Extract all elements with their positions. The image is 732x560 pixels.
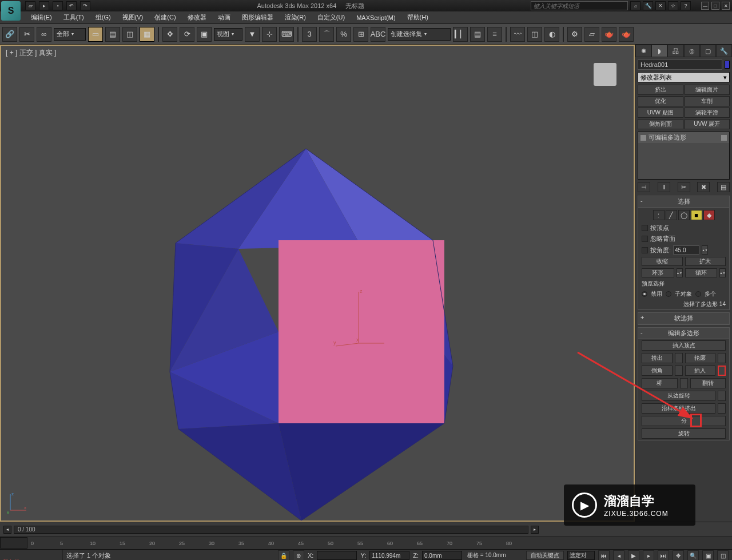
angle-spinner[interactable]: 45.0: [673, 245, 699, 255]
menu-views[interactable]: 视图(V): [117, 11, 149, 23]
bevel-button[interactable]: 倒角: [642, 366, 673, 376]
extrude-spline-settings-button[interactable]: [718, 403, 726, 414]
track-head[interactable]: [0, 537, 27, 549]
element-subobj-icon[interactable]: ◆: [703, 210, 715, 220]
slider-right-icon[interactable]: ▸: [531, 526, 539, 534]
menu-customize[interactable]: 自定义(U): [312, 11, 351, 23]
render-setup-icon[interactable]: ⚙: [567, 27, 582, 42]
material-icon[interactable]: ◐: [544, 27, 559, 42]
outline-button[interactable]: 轮廓: [685, 353, 716, 363]
extrude-along-spline-button[interactable]: 沿样条线挤出: [642, 403, 715, 414]
select-name-icon[interactable]: ▤: [105, 27, 120, 42]
binoculars-icon[interactable]: ⌕: [630, 1, 640, 10]
polygon-subobj-icon[interactable]: ■: [691, 210, 702, 220]
selection-rollout-header[interactable]: -选择: [638, 196, 729, 208]
utilities-tab[interactable]: 🔧: [716, 45, 732, 57]
preview-subobj-radio[interactable]: [666, 291, 671, 297]
create-tab[interactable]: ✺: [635, 45, 651, 57]
minimize-button[interactable]: —: [701, 2, 709, 10]
shrink-button[interactable]: 收缩: [642, 257, 683, 266]
flip-button[interactable]: 翻转: [690, 378, 726, 388]
extrude-button[interactable]: 挤出: [642, 353, 673, 363]
bevel-settings-button[interactable]: [675, 366, 683, 376]
menu-tools[interactable]: 工具(T): [58, 11, 90, 23]
layers-icon[interactable]: ≡: [487, 27, 502, 42]
render-prod-icon[interactable]: 🫖: [619, 27, 634, 42]
by-angle-checkbox[interactable]: [642, 247, 648, 253]
scale-icon[interactable]: ▣: [197, 27, 212, 42]
edit-tri-button[interactable]: 分: [642, 416, 726, 426]
select-rect-icon[interactable]: ◫: [122, 27, 137, 42]
mod-uvw-unwrap[interactable]: UVW 展开: [685, 119, 730, 129]
menu-edit[interactable]: 编辑(E): [25, 11, 58, 23]
ring-button[interactable]: 环形: [642, 268, 674, 277]
rotate-icon[interactable]: ⟳: [180, 27, 194, 42]
x-coord-field[interactable]: [317, 551, 357, 560]
motion-tab[interactable]: ◎: [684, 45, 700, 57]
help-icon[interactable]: ?: [681, 1, 691, 10]
redo-icon[interactable]: ↷: [80, 1, 90, 10]
manip-icon[interactable]: ⊹: [262, 27, 277, 42]
keyboard-icon[interactable]: ⌨: [279, 27, 294, 42]
window-crossing-icon[interactable]: ▦: [140, 27, 154, 42]
render-frame-icon[interactable]: ▱: [584, 27, 599, 42]
select-icon[interactable]: ▭: [88, 27, 103, 42]
lock-icon[interactable]: 🔒: [278, 550, 289, 560]
time-ruler[interactable]: 0 5 10 15 20 25 30 35 40 45 50 55 60 65 …: [0, 537, 732, 549]
angle-snap-icon[interactable]: ⌒: [319, 27, 334, 42]
autokey-button[interactable]: 自动关键点: [526, 551, 564, 560]
grow-button[interactable]: 扩大: [685, 257, 726, 266]
viewcube[interactable]: [594, 63, 616, 86]
loop-spinner[interactable]: ▲▼: [719, 268, 726, 277]
menu-animation[interactable]: 动画: [212, 11, 236, 23]
make-unique-icon[interactable]: ✂: [678, 182, 690, 192]
loop-button[interactable]: 循环: [685, 268, 718, 277]
wrench-icon[interactable]: 🔧: [643, 1, 653, 10]
ref-coord-dropdown[interactable]: 视图: [214, 28, 242, 41]
modify-tab[interactable]: ◗: [651, 45, 667, 57]
edge-subobj-icon[interactable]: ╱: [666, 210, 677, 220]
preview-off-radio[interactable]: [642, 291, 647, 297]
spinner-snap-icon[interactable]: ⊞: [353, 27, 368, 42]
bridge-settings-button[interactable]: [680, 378, 688, 388]
mod-bevel-profile[interactable]: 倒角剖面: [638, 119, 683, 129]
nav-region-icon[interactable]: ◫: [717, 550, 729, 560]
angle-spinner-arrows[interactable]: ▲▼: [702, 245, 708, 255]
object-color-swatch[interactable]: [725, 61, 730, 69]
mod-extrude[interactable]: 挤出: [638, 85, 683, 95]
mod-uvw-map[interactable]: UVW 贴图: [638, 108, 683, 118]
hinge-settings-button[interactable]: [718, 391, 726, 401]
exchange-icon[interactable]: ✕: [655, 1, 666, 10]
viewport[interactable]: [ + ] 正交 ] 真实 ] z: [0, 45, 635, 522]
new-icon[interactable]: ▱: [25, 1, 35, 10]
expand-icon[interactable]: [640, 135, 646, 141]
undo-icon[interactable]: ↶: [66, 1, 77, 10]
y-coord-field[interactable]: 1110.994m: [369, 551, 409, 560]
unlink-icon[interactable]: ✂: [19, 27, 34, 42]
snap3-icon[interactable]: 3: [302, 27, 317, 42]
inset-settings-button[interactable]: [718, 366, 726, 376]
turn-button[interactable]: 旋转: [642, 428, 726, 439]
save-icon[interactable]: ▫: [53, 1, 63, 10]
modifier-stack[interactable]: 可编辑多边形: [638, 132, 730, 180]
nav-pan-icon[interactable]: ✥: [673, 550, 684, 560]
extrude-settings-button[interactable]: [675, 353, 683, 363]
display-tab[interactable]: ▢: [700, 45, 716, 57]
configure-icon[interactable]: ▤: [717, 182, 730, 192]
menu-render[interactable]: 渲染(R): [279, 11, 312, 23]
prev-frame-icon[interactable]: ◂: [613, 550, 624, 560]
ring-spinner[interactable]: ▲▼: [677, 268, 683, 277]
viewport-label[interactable]: [ + ] 正交 ] 真实 ]: [6, 48, 56, 58]
mod-lathe[interactable]: 车削: [685, 96, 730, 106]
vertex-subobj-icon[interactable]: ⋮: [653, 210, 665, 220]
z-coord-field[interactable]: 0.0mm: [422, 551, 462, 560]
menu-create[interactable]: 创建(C): [149, 11, 181, 23]
insert-vertex-button[interactable]: 插入顶点: [642, 340, 726, 351]
pin-stack-icon[interactable]: ⊣: [638, 182, 650, 192]
stack-editable-poly[interactable]: 可编辑多边形: [638, 132, 729, 143]
menu-help[interactable]: 帮助(H): [401, 11, 434, 23]
pin-icon[interactable]: [721, 135, 727, 141]
schematic-icon[interactable]: ◫: [527, 27, 542, 42]
ignore-backfacing-checkbox[interactable]: [642, 236, 648, 242]
link-icon[interactable]: 🔗: [2, 27, 17, 42]
